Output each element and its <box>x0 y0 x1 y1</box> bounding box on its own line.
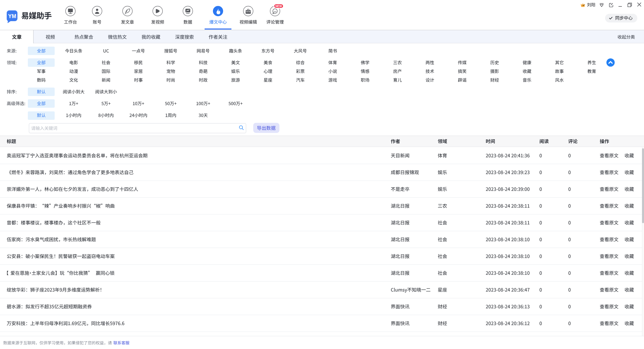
svg-text:YM: YM <box>8 13 16 19</box>
svg-text:NEW: NEW <box>275 4 282 8</box>
